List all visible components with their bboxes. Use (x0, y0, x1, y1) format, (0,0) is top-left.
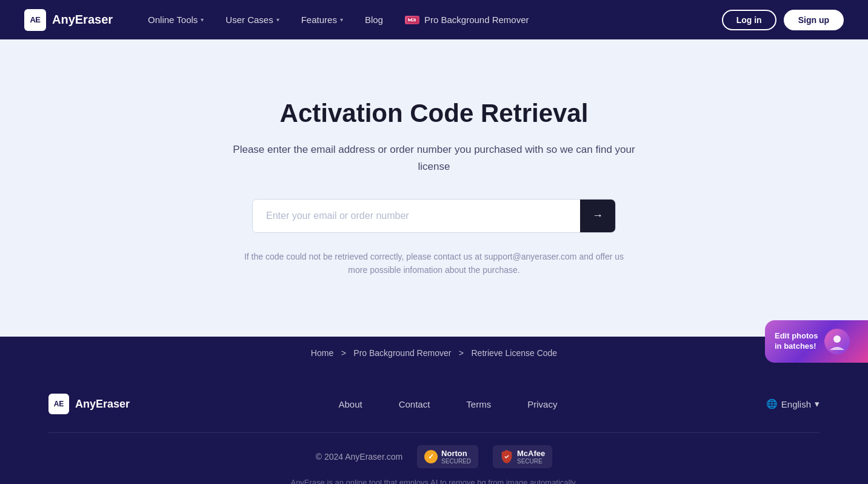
footer-about[interactable]: About (338, 399, 362, 409)
footer-top: AE AnyEraser About Contact Terms Privacy… (48, 394, 820, 414)
widget-avatar (824, 329, 850, 354)
breadcrumb-sep-2: > (459, 348, 464, 358)
chevron-down-icon: ▾ (276, 16, 279, 23)
norton-badge: ✓ Norton SECURED (417, 445, 478, 468)
page-subtitle: Please enter the email address or order … (228, 141, 640, 174)
mcafee-shield-icon (500, 449, 513, 464)
arrow-right-icon: → (592, 209, 603, 222)
search-button[interactable]: → (580, 200, 615, 232)
footer-bottom: © 2024 AnyEraser.com ✓ Norton SECURED Mc… (48, 445, 820, 468)
help-text: If the code could not be retrieved corre… (234, 250, 634, 277)
login-button[interactable]: Log in (722, 10, 776, 30)
footer-nav: About Contact Terms Privacy (338, 399, 557, 409)
nav-buttons: Log in Sign up (722, 10, 844, 30)
nav-online-tools[interactable]: Online Tools ▾ (137, 0, 215, 39)
footer-logo-text: AnyEraser (75, 398, 130, 411)
chevron-down-icon: ▾ (340, 16, 343, 23)
logo-icon: AE (24, 9, 46, 31)
footer-contact[interactable]: Contact (399, 399, 430, 409)
footer-privacy[interactable]: Privacy (527, 399, 557, 409)
breadcrumb-current: Retrieve License Code (471, 348, 557, 358)
breadcrumb-product[interactable]: Pro Background Remover (353, 348, 451, 358)
breadcrumb-bar: Home > Pro Background Remover > Retrieve… (0, 337, 868, 369)
page-title: Activation Code Retrieval (280, 99, 589, 128)
widget-text: Edit photosin batches! (775, 331, 818, 352)
nav-pro-bg-remover[interactable]: Pro Background Remover (394, 15, 540, 25)
breadcrumb-home[interactable]: Home (311, 348, 333, 358)
norton-checkmark: ✓ (424, 450, 438, 463)
nav-logo[interactable]: AE AnyEraser (24, 9, 113, 31)
pro-icon (405, 16, 419, 24)
main-content: Activation Code Retrieval Please enter t… (0, 39, 868, 337)
mcafee-info: McAfee SECURE (517, 449, 545, 465)
floating-widget[interactable]: Edit photosin batches! (765, 320, 868, 363)
svg-point-2 (833, 335, 841, 343)
footer: AE AnyEraser About Contact Terms Privacy… (0, 369, 868, 484)
nav-user-cases[interactable]: User Cases ▾ (215, 0, 290, 39)
pro-label: Pro Background Remover (424, 15, 529, 25)
search-form: → (252, 199, 616, 233)
language-label: English (781, 399, 811, 409)
globe-icon: 🌐 (766, 398, 778, 409)
copyright-text: © 2024 AnyEraser.com (316, 452, 402, 462)
navbar: AE AnyEraser Online Tools ▾ User Cases ▾… (0, 0, 868, 39)
nav-blog[interactable]: Blog (354, 0, 394, 39)
chevron-down-icon: ▾ (201, 16, 204, 23)
widget-inner: Edit photosin batches! (765, 320, 868, 363)
footer-logo-icon: AE (48, 394, 69, 414)
chevron-down-icon: ▾ (815, 398, 820, 409)
nav-features[interactable]: Features ▾ (290, 0, 354, 39)
signup-button[interactable]: Sign up (784, 10, 844, 30)
mcafee-badge: McAfee SECURE (493, 445, 552, 468)
nav-links: Online Tools ▾ User Cases ▾ Features ▾ B… (137, 0, 722, 39)
footer-divider (48, 432, 820, 433)
footer-terms[interactable]: Terms (466, 399, 491, 409)
search-input[interactable] (253, 200, 580, 232)
footer-tagline: AnyErase is an online tool that employs … (48, 478, 820, 484)
footer-language-selector[interactable]: 🌐 English ▾ (766, 398, 820, 409)
logo-text: AnyEraser (52, 13, 113, 27)
breadcrumb-sep-1: > (341, 348, 346, 358)
footer-logo: AE AnyEraser (48, 394, 130, 414)
norton-info: Norton SECURED (441, 449, 471, 465)
